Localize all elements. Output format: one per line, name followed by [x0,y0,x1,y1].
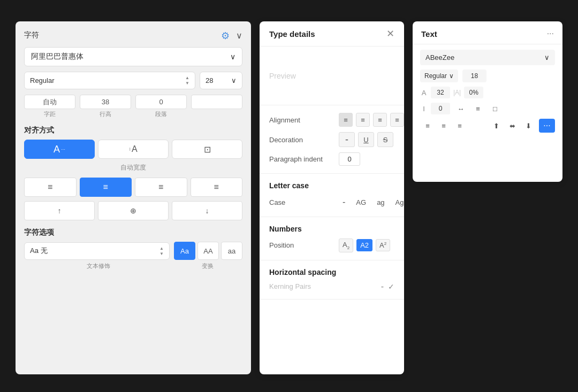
letter-spacing-label: 字距 [44,110,56,118]
pos-normal-btn[interactable]: A2 [356,239,372,251]
deco-strikethrough-btn[interactable]: S [377,132,393,147]
align-auto-btn[interactable]: A ⋯ [24,140,95,159]
case-upper-btn[interactable]: AG [352,196,370,209]
lineheight-value[interactable]: 0 [431,103,450,114]
sketch-header-icons: ⚙ ∨ [221,30,242,41]
justify-buttons: ≡ ≡ ≡ ≡ [24,178,242,197]
justify-left-btn[interactable]: ≡ [24,178,77,197]
decoration-row-label: Decoration [269,136,339,144]
close-button[interactable]: ✕ [386,29,394,39]
figma-more-menu[interactable]: ··· [547,29,554,39]
transform-aa2-btn[interactable]: aa [221,242,242,260]
font-style-label: Regular [30,76,55,84]
deco-underline-btn[interactable]: U [358,132,374,147]
align-right-btn[interactable]: ≡ [373,113,387,127]
justify-right-btn[interactable]: ≡ [135,178,187,197]
figma-font-select[interactable]: ABeeZee ∨ [420,50,555,65]
case-row: Case - AG ag Ag AG [269,195,394,209]
figma-align-center-btn[interactable]: ≡ [436,119,451,133]
chevron-down-icon[interactable]: ∨ [236,30,242,41]
type-details-header: Type details ✕ [260,21,404,47]
pos-sub-btn[interactable]: A2 [339,239,353,252]
resize-box-icon[interactable]: □ [488,102,503,116]
char-decoration-value: Aa 无 [30,246,48,256]
gear-icon[interactable]: ⚙ [221,30,232,41]
font-size-select[interactable]: 28 ∨ [200,72,242,89]
type-details-preview: Preview [260,47,404,105]
case-lower-btn[interactable]: ag [373,196,388,209]
figma-style-select[interactable]: Regular ∨ [420,70,458,82]
decoration-label: 文本修饰 [24,262,173,270]
font-family-label: 阿里巴巴普惠体 [31,52,83,62]
kerning-check: ✓ [388,282,394,291]
case-title-btn[interactable]: Ag [392,196,404,209]
figma-lineheight-row: I 0 ↔ ≡ □ [420,102,555,116]
align-fixed-btn[interactable]: I A [98,140,169,159]
paragraph-indent-label: Paragraph indent [269,155,339,163]
justify-full-btn[interactable]: ≡ [191,178,243,197]
transform-AA-btn[interactable]: AA [197,242,219,260]
figma-more-options-btn[interactable]: ··· [539,119,555,133]
figma-size-input[interactable]: 18 [462,70,486,82]
deco-none-btn[interactable]: - [339,132,355,147]
figma-valign-top-btn[interactable]: ⬆ [489,119,504,133]
font-family-select[interactable]: 阿里巴巴普惠体 ∨ [24,47,242,66]
letter-case-title: Letter case [269,181,394,190]
figma-style-label: Regular [424,72,447,80]
line-height-group: 行高 [80,95,131,118]
spacing-row: 字距 行高 段落 [24,95,242,118]
transform-label: 变换 [173,262,242,270]
style-stepper[interactable]: ▲▼ [185,75,189,86]
paragraph-input[interactable] [135,95,187,109]
transform-buttons: Aa AA aa [174,242,242,260]
letter-case-section: Letter case Case - AG ag Ag AG [260,174,404,217]
align-left-btn[interactable]: ≡ [339,113,353,127]
line-height-input[interactable] [80,95,131,109]
figma-header: Text ··· [413,21,562,44]
preview-placeholder: Preview [269,72,296,80]
valign-bot-btn[interactable]: ↓ [172,201,242,220]
extra-input[interactable] [191,95,242,109]
justify-center-btn[interactable]: ≡ [80,178,132,197]
valign-mid-btn[interactable]: ⊕ [98,201,169,220]
figma-style-row: Regular ∨ 18 [420,70,555,82]
paragraph-indent-row: Paragraph indent [269,152,394,166]
text-align-buttons: A ⋯ I A ⊡ [24,140,242,159]
fontsize-value[interactable]: 32 [431,87,450,98]
char-decoration-select[interactable]: Aa 无 ▲▼ [24,242,170,260]
decoration-stepper[interactable]: ▲▼ [159,246,164,256]
valign-top-btn[interactable]: ↑ [24,201,95,220]
figma-body: ABeeZee ∨ Regular ∨ 18 A 32 |A| 0% I 0 [413,44,562,142]
figma-align-right-btn[interactable]: ≡ [452,119,467,133]
resize-horiz-icon[interactable]: ↔ [453,102,468,116]
font-style-select[interactable]: Regular ▲▼ [24,72,195,89]
extra-group [191,95,242,118]
align-center-btn[interactable]: ≡ [356,113,370,127]
case-controls: - AG ag Ag AG [339,195,404,209]
type-details-title: Type details [269,29,315,39]
paragraph-label: 段落 [155,110,167,118]
transform-aa-btn[interactable]: Aa [174,242,195,260]
pos-sup-btn[interactable]: A2 [376,239,390,251]
kerning-dash: - [381,282,384,291]
line-height-label: 行高 [100,110,111,118]
tracking-value[interactable]: 0% [464,87,483,98]
paragraph-indent-input[interactable] [339,152,360,166]
numbers-section: Numbers Position A2 A2 A2 [260,217,404,260]
letter-spacing-input[interactable] [24,95,75,109]
paragraph-group: 段落 [135,95,187,118]
font-style-row: Regular ▲▼ 28 ∨ [24,72,242,89]
align-left-icon[interactable]: ≡ [470,102,485,116]
figma-valign-mid-btn[interactable]: ⬌ [505,119,520,133]
align-justify-btn[interactable]: ≡ [390,113,404,127]
kerning-label: Kerning Pairs [269,282,377,290]
figma-panel: Text ··· ABeeZee ∨ Regular ∨ 18 A 32 |A|… [413,21,562,182]
align-label: 自动宽度 [24,163,242,172]
figma-align-left-btn[interactable]: ≡ [420,119,435,133]
figma-valign-bot-btn[interactable]: ⬇ [521,119,536,133]
figma-text-align-group: ≡ ≡ ≡ [420,119,467,133]
align-box-btn[interactable]: ⊡ [172,140,242,159]
figma-title: Text [421,29,437,39]
char-labels-row: 文本修饰 变换 [24,262,242,270]
case-none-btn[interactable]: - [339,195,349,209]
